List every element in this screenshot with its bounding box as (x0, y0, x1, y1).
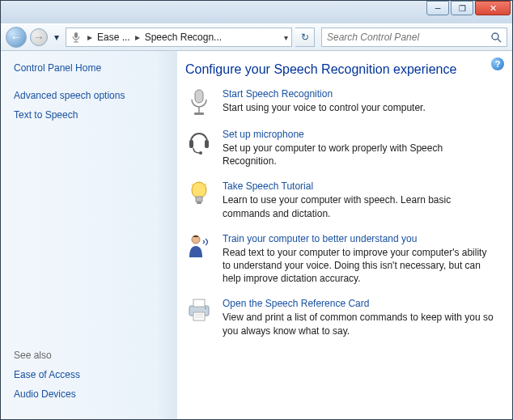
see-also-label: See also (14, 350, 164, 361)
svg-point-11 (192, 182, 206, 198)
svg-point-20 (205, 308, 206, 309)
breadcrumb-sep: ▸ (134, 32, 142, 43)
task-desc: Read text to your computer to improve yo… (223, 246, 496, 286)
microphone-icon (70, 31, 83, 44)
nav-history-dropdown[interactable]: ▾ (51, 32, 62, 43)
task-reference-card: Open the Speech Reference Card View and … (185, 298, 496, 337)
task-desc: Start using your voice to control your c… (223, 101, 426, 114)
svg-rect-9 (205, 140, 209, 148)
svg-rect-13 (197, 202, 201, 204)
breadcrumb-sep: ▸ (86, 32, 94, 43)
svg-line-4 (498, 39, 501, 42)
back-button[interactable]: ← (6, 27, 27, 48)
sidebar-link-advanced[interactable]: Advanced speech options (14, 90, 164, 101)
task-desc: View and print a list of common commands… (223, 311, 496, 337)
task-link[interactable]: Set up microphone (223, 129, 496, 140)
breadcrumb-seg-speech[interactable]: Speech Recogn... (145, 32, 222, 43)
window: – ❐ ✕ ← → ▾ ▸ Ease ... ▸ Speech Recogn..… (0, 0, 513, 420)
task-link[interactable]: Start Speech Recognition (223, 88, 426, 100)
page-title: Configure your Speech Recognition experi… (185, 62, 496, 77)
titlebar: – ❐ ✕ (1, 1, 512, 23)
person-speaking-icon (185, 233, 213, 286)
forward-button[interactable]: → (30, 28, 48, 46)
task-train: Train your computer to better understand… (185, 233, 496, 286)
sidebar-link-ease[interactable]: Ease of Access (14, 369, 164, 380)
task-tutorial: Take Speech Tutorial Learn to use your c… (185, 180, 496, 219)
task-link[interactable]: Take Speech Tutorial (223, 180, 496, 192)
task-link[interactable]: Open the Speech Reference Card (223, 298, 496, 309)
address-bar[interactable]: ▸ Ease ... ▸ Speech Recogn... ▾ (66, 28, 292, 47)
task-setup-mic: Set up microphone Set up your computer t… (185, 129, 496, 168)
content: Control Panel Home Advanced speech optio… (1, 51, 512, 419)
svg-rect-0 (74, 32, 78, 38)
printer-icon (185, 298, 213, 337)
svg-rect-7 (194, 112, 204, 115)
sidebar: Control Panel Home Advanced speech optio… (1, 51, 177, 419)
sidebar-link-home[interactable]: Control Panel Home (14, 62, 164, 74)
svg-rect-16 (193, 299, 205, 307)
lightbulb-icon (185, 180, 213, 219)
headset-icon (185, 129, 213, 168)
microphone-icon (185, 88, 213, 116)
task-desc: Learn to use your computer with speech. … (223, 193, 496, 219)
svg-point-3 (492, 33, 498, 40)
svg-rect-5 (195, 90, 203, 103)
search-icon[interactable] (490, 32, 502, 43)
main-panel: ? Configure your Speech Recognition expe… (177, 51, 512, 419)
minimize-button[interactable]: – (426, 1, 449, 15)
maximize-button[interactable]: ❐ (451, 1, 473, 15)
sidebar-link-audio[interactable]: Audio Devices (14, 388, 164, 400)
task-link[interactable]: Train your computer to better understand… (223, 233, 496, 244)
refresh-button[interactable]: ↻ (295, 28, 315, 47)
search-input[interactable] (327, 32, 490, 43)
svg-rect-12 (196, 197, 202, 202)
breadcrumb-seg-ease[interactable]: Ease ... (97, 32, 130, 43)
sidebar-link-tts[interactable]: Text to Speech (14, 109, 164, 121)
task-start-speech: Start Speech Recognition Start using you… (185, 88, 496, 116)
address-dropdown[interactable]: ▾ (284, 33, 288, 42)
help-button[interactable]: ? (491, 57, 504, 70)
search-box[interactable] (321, 28, 507, 47)
toolbar: ← → ▾ ▸ Ease ... ▸ Speech Recogn... ▾ ↻ (1, 23, 512, 51)
svg-rect-8 (189, 140, 193, 148)
task-desc: Set up your computer to work properly wi… (223, 142, 496, 168)
svg-point-10 (199, 151, 202, 155)
svg-rect-17 (193, 312, 205, 320)
close-button[interactable]: ✕ (475, 1, 511, 15)
